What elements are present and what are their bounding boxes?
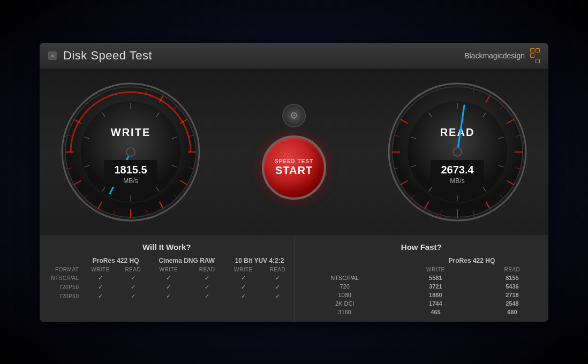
table-row: 1080 1860 2718 xyxy=(295,291,549,299)
brand-dot-6 xyxy=(536,59,540,63)
check-cell: ✓ xyxy=(225,292,261,301)
row-label: NTSC/PAL xyxy=(295,274,395,282)
check-cell: ✓ xyxy=(189,274,225,283)
tables-section: Will It Work? ProRes 422 HQ Cinema DNG R… xyxy=(40,235,548,322)
table-row: 720p60 ✓ ✓ ✓ ✓ ✓ ✓ xyxy=(40,292,294,301)
read-value: 8155 xyxy=(476,274,548,282)
title-bar-left: × Disk Speed Test xyxy=(48,49,152,63)
prores-write-header: WRITE xyxy=(83,266,117,274)
brand-dot-3 xyxy=(530,54,534,58)
check-cell: ✓ xyxy=(148,292,189,301)
will-it-work-table: ProRes 422 HQ Cinema DNG RAW 10 Bit YUV … xyxy=(40,256,294,301)
dng-write-header: WRITE xyxy=(148,266,189,274)
read-gauge-svg: READ 2673.4 MB/s xyxy=(385,80,530,224)
write-gauge-svg: WRITE 1815.5 MB/s xyxy=(58,80,203,224)
check-cell: ✓ xyxy=(118,283,148,292)
svg-text:MB/s: MB/s xyxy=(123,177,138,185)
app-title: Disk Speed Test xyxy=(63,49,152,63)
col-yuv: 10 Bit YUV 4:2:2 xyxy=(225,256,294,266)
check-cell: ✓ xyxy=(118,292,148,301)
check-cell: ✓ xyxy=(189,283,225,292)
read-value: 680 xyxy=(476,308,548,316)
check-cell: ✓ xyxy=(261,292,293,301)
will-it-work-heading: Will It Work? xyxy=(40,240,294,256)
check-cell: ✓ xyxy=(261,274,293,283)
svg-text:1815.5: 1815.5 xyxy=(114,164,147,176)
svg-text:WRITE: WRITE xyxy=(111,126,150,138)
title-bar: × Disk Speed Test Blackmagicdesign xyxy=(40,43,548,69)
svg-point-38 xyxy=(126,148,135,156)
row-label: 1080 xyxy=(295,291,395,299)
gauges-section: WRITE 1815.5 MB/s ⚙ SPEED TEST START xyxy=(40,69,548,235)
write-value: 1744 xyxy=(395,299,476,308)
dng-read-header: READ xyxy=(189,266,225,274)
table-row: NTSC/PAL 5581 8155 xyxy=(295,274,549,282)
format-col-header: FORMAT xyxy=(40,266,83,274)
check-cell: ✓ xyxy=(83,292,117,301)
check-cell: ✓ xyxy=(225,274,261,283)
row-label: NTSC/PAL xyxy=(40,274,83,283)
yuv-read-header: READ xyxy=(261,266,293,274)
start-btn-line1: SPEED TEST xyxy=(275,158,313,164)
check-cell: ✓ xyxy=(261,283,293,292)
check-cell: ✓ xyxy=(225,283,261,292)
check-cell: ✓ xyxy=(118,274,148,283)
how-fast-read-header: READ xyxy=(476,266,548,274)
write-value: 5581 xyxy=(395,274,476,282)
write-value: 3721 xyxy=(395,282,476,291)
table-row: NTSC/PAL ✓ ✓ ✓ ✓ ✓ ✓ xyxy=(40,274,294,283)
svg-point-80 xyxy=(453,148,462,156)
svg-text:2673.4: 2673.4 xyxy=(441,164,474,176)
start-button[interactable]: SPEED TEST START xyxy=(262,135,326,200)
yuv-write-header: WRITE xyxy=(225,266,261,274)
brand-area: Blackmagicdesign xyxy=(464,48,540,63)
check-cell: ✓ xyxy=(83,283,117,292)
write-value: 1860 xyxy=(395,291,476,299)
start-btn-line2: START xyxy=(275,164,313,177)
settings-button[interactable]: ⚙ xyxy=(282,104,306,127)
check-cell: ✓ xyxy=(148,274,189,283)
row-label: 720p60 xyxy=(40,292,83,301)
how-fast-col-label: ProRes 422 HQ xyxy=(395,256,548,266)
will-it-work-panel: Will It Work? ProRes 422 HQ Cinema DNG R… xyxy=(40,235,295,322)
check-cell: ✓ xyxy=(148,283,189,292)
svg-text:READ: READ xyxy=(440,126,475,138)
write-value: 465 xyxy=(395,308,476,316)
brand-dot-2 xyxy=(536,48,540,52)
how-fast-panel: How Fast? ProRes 422 HQ WRITE READ NT xyxy=(295,235,549,322)
table-row: 720p50 ✓ ✓ ✓ ✓ ✓ ✓ xyxy=(40,283,294,292)
center-controls: ⚙ SPEED TEST START xyxy=(262,104,326,200)
row-label: 3160 xyxy=(295,308,395,316)
prores-read-header: READ xyxy=(118,266,148,274)
col-prores-hq: ProRes 422 HQ xyxy=(83,256,148,266)
read-value: 2548 xyxy=(476,299,548,308)
check-cell: ✓ xyxy=(83,274,117,283)
col-cinema-dng: Cinema DNG RAW xyxy=(148,256,225,266)
close-button[interactable]: × xyxy=(48,51,57,60)
how-fast-heading: How Fast? xyxy=(295,240,549,256)
read-value: 5436 xyxy=(476,282,548,291)
table-row: 3160 465 680 xyxy=(295,308,549,316)
brand-icon xyxy=(530,48,540,63)
app-window: × Disk Speed Test Blackmagicdesign xyxy=(40,43,548,322)
table-row: 720 3721 5436 xyxy=(295,282,549,291)
write-gauge: WRITE 1815.5 MB/s xyxy=(56,80,206,224)
brand-dot-1 xyxy=(530,48,534,52)
row-label: 2K DCI xyxy=(295,299,395,308)
row-label: 720 xyxy=(295,282,395,291)
check-cell: ✓ xyxy=(189,292,225,301)
table-row: 2K DCI 1744 2548 xyxy=(295,299,549,308)
how-fast-table: ProRes 422 HQ WRITE READ NTSC/PAL 5581 8… xyxy=(295,256,549,316)
svg-text:MB/s: MB/s xyxy=(450,177,464,185)
how-fast-write-header: WRITE xyxy=(395,266,476,274)
read-value: 2718 xyxy=(476,291,548,299)
brand-name: Blackmagicdesign xyxy=(464,51,525,60)
read-gauge: READ 2673.4 MB/s xyxy=(382,80,532,224)
row-label: 720p50 xyxy=(40,283,83,292)
